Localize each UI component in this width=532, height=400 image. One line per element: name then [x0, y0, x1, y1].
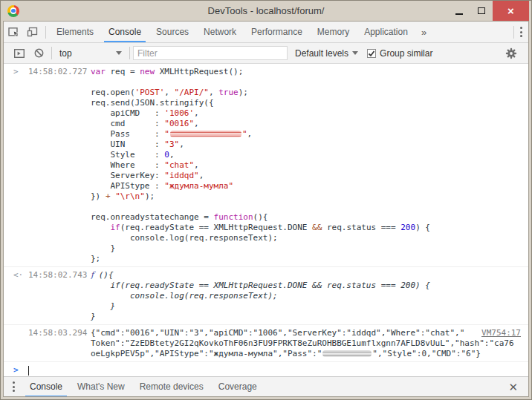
timestamp: 14:58:03.294 [28, 328, 91, 338]
timestamp: 14:58:02.727 [28, 67, 91, 77]
close-button[interactable]: × [493, 1, 529, 21]
divider [45, 26, 46, 39]
divider [129, 47, 130, 59]
console-entry-input: >14:58:02.727var req = new XMLHttpReques… [4, 64, 528, 267]
clear-console-button[interactable] [29, 44, 48, 63]
divider [513, 26, 514, 39]
console-panel: >14:58:02.727var req = new XMLHttpReques… [4, 64, 528, 376]
console-log: >14:58:02.727var req = new XMLHttpReques… [4, 64, 528, 362]
more-tabs-button[interactable]: » [415, 27, 432, 38]
console-message: {"cmd":"0016","UIN":"3","apiCMD":"1006",… [91, 328, 528, 359]
console-message: var req = new XMLHttpRequest(); req.open… [91, 67, 528, 264]
inspect-cursor-icon [7, 26, 19, 38]
result-arrow-icon: <· [13, 270, 28, 281]
drawer-tab-remote-devices[interactable]: Remote devices [132, 377, 211, 397]
prompt-chevron-icon: > [13, 365, 28, 376]
execution-context-selector[interactable]: top [55, 46, 126, 61]
minimize-button[interactable] [448, 1, 470, 21]
console-entry-log: 14:58:03.294{"cmd":"0016","UIN":"3","api… [4, 325, 528, 362]
titlebar[interactable]: DevTools - localhost/forum/ × [3, 1, 529, 21]
drawer-tab-coverage[interactable]: Coverage [211, 377, 265, 397]
timestamp: 14:58:02.743 [28, 270, 91, 281]
tab-memory[interactable]: Memory [310, 22, 357, 42]
tab-application[interactable]: Application [357, 22, 415, 42]
group-similar-label: Group similar [380, 48, 432, 59]
drawer-menu-button[interactable] [10, 378, 18, 395]
maximize-button[interactable] [470, 1, 493, 21]
show-console-sidebar-button[interactable] [10, 44, 29, 63]
chevron-down-icon [116, 51, 122, 55]
redacted-value [170, 131, 241, 137]
main-menu-button[interactable] [517, 24, 525, 40]
console-message: ƒ (){ if(req.readyState == XMLHttpReques… [91, 270, 528, 322]
gear-icon [505, 47, 517, 59]
text-cursor [28, 366, 29, 376]
checkmark-icon [368, 50, 375, 57]
drawer-tabs: ConsoleWhat's NewRemote devicesCoverage [22, 377, 265, 397]
clear-console-icon [33, 47, 45, 59]
tab-elements[interactable]: Elements [49, 22, 101, 42]
tab-console[interactable]: Console [101, 22, 149, 42]
filter-input[interactable] [133, 46, 288, 60]
inspect-element-button[interactable] [4, 22, 23, 42]
drawer-tabbar: ConsoleWhat's NewRemote devicesCoverage … [4, 376, 528, 396]
drawer-close-button[interactable]: ✕ [504, 380, 522, 394]
devtools-window: DevTools - localhost/forum/ × [0, 0, 532, 400]
drawer-tab-console[interactable]: Console [22, 377, 70, 397]
window-controls: × [448, 1, 529, 21]
redacted-value [322, 350, 372, 357]
tab-performance[interactable]: Performance [244, 22, 310, 42]
maximize-icon [478, 7, 485, 14]
divider [51, 47, 52, 59]
source-location-link[interactable]: VM754:17 [481, 328, 521, 338]
device-toolbar-icon [27, 26, 39, 38]
group-similar-checkbox[interactable] [367, 49, 376, 58]
tab-network[interactable]: Network [196, 22, 244, 42]
console-prompt[interactable]: > [4, 362, 528, 376]
minimize-icon [455, 13, 463, 15]
settings-button[interactable] [502, 44, 521, 63]
chevron-down-icon [352, 51, 358, 55]
console-entry-result: <·14:58:02.743ƒ (){ if(req.readyState ==… [4, 267, 528, 325]
console-toolbar: top Default levels Group similar [4, 43, 528, 64]
main-tabbar: ElementsConsoleSourcesNetworkPerformance… [4, 22, 528, 43]
tab-sources[interactable]: Sources [149, 22, 196, 42]
sidebar-toggle-icon [13, 47, 25, 59]
input-chevron-icon: > [13, 67, 28, 77]
device-toolbar-button[interactable] [23, 22, 42, 42]
drawer-tab-what-s-new[interactable]: What's New [70, 377, 132, 397]
group-similar-setting: Group similar [367, 48, 432, 59]
levels-label: Default levels [295, 48, 348, 59]
log-levels-selector[interactable]: Default levels [292, 48, 361, 59]
devtools-app: ElementsConsoleSourcesNetworkPerformance… [3, 21, 529, 397]
main-tabs: ElementsConsoleSourcesNetworkPerformance… [49, 22, 415, 42]
context-label: top [59, 48, 72, 59]
